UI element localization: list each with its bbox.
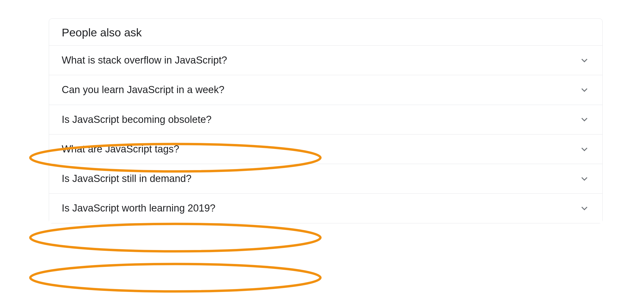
chevron-down-icon: [579, 203, 590, 214]
people-also-ask-box: People also ask What is stack overflow i…: [49, 18, 603, 223]
paa-item-2[interactable]: Is JavaScript becoming obsolete?: [49, 105, 602, 134]
paa-title: People also ask: [62, 26, 590, 39]
paa-question-text: What is stack overflow in JavaScript?: [62, 54, 227, 67]
chevron-down-icon: [579, 85, 590, 95]
chevron-down-icon: [579, 55, 590, 66]
annotation-ellipse-1: [26, 220, 324, 255]
paa-question-text: Can you learn JavaScript in a week?: [62, 83, 224, 97]
chevron-down-icon: [579, 144, 590, 155]
paa-question-text: What are JavaScript tags?: [62, 142, 179, 156]
svg-point-1: [30, 224, 320, 251]
paa-question-text: Is JavaScript worth learning 2019?: [62, 201, 215, 215]
annotation-ellipse-2: [26, 261, 324, 295]
paa-item-3[interactable]: What are JavaScript tags?: [49, 134, 602, 164]
chevron-down-icon: [579, 114, 590, 125]
paa-item-5[interactable]: Is JavaScript worth learning 2019?: [49, 193, 602, 223]
chevron-down-icon: [579, 174, 590, 184]
paa-question-text: Is JavaScript becoming obsolete?: [62, 113, 212, 126]
paa-question-text: Is JavaScript still in demand?: [62, 172, 191, 185]
paa-item-1[interactable]: Can you learn JavaScript in a week?: [49, 75, 602, 104]
svg-point-2: [30, 264, 320, 291]
paa-header: People also ask: [49, 19, 602, 45]
paa-item-4[interactable]: Is JavaScript still in demand?: [49, 164, 602, 193]
paa-item-0[interactable]: What is stack overflow in JavaScript?: [49, 45, 602, 75]
